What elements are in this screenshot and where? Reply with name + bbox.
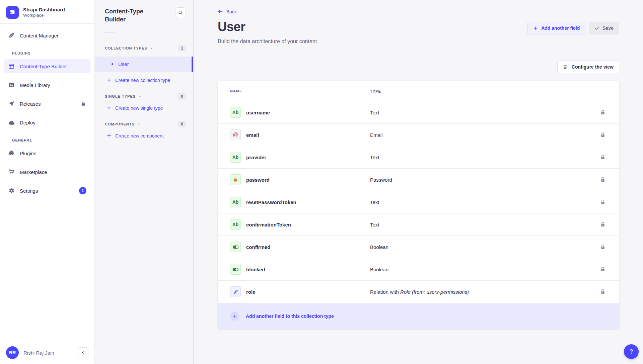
field-name: username [246, 110, 270, 115]
field-type: Text [370, 155, 598, 160]
layers-filter-icon [563, 64, 569, 70]
field-type: Password [370, 177, 598, 183]
table-row[interactable]: Ab confirmationToken Text [218, 213, 619, 236]
table-row[interactable]: Ab username Text [218, 101, 619, 124]
lock-icon [600, 109, 606, 115]
lock-icon [600, 199, 606, 205]
sidebar-item-label: Deploy [20, 120, 35, 125]
field-name: email [246, 132, 259, 138]
table-header: NAME TYPE [218, 81, 619, 101]
table-row[interactable]: blocked Boolean [218, 258, 619, 281]
field-type: Boolean [370, 267, 598, 272]
nav-section-general: GENERAL [4, 138, 90, 142]
sidebar-item-content-type-builder[interactable]: Content-Type Builder [4, 59, 90, 73]
text-field-icon: Ab [230, 219, 241, 230]
field-type: Text [370, 222, 598, 227]
relation-field-icon [230, 286, 241, 297]
main-content: Back User Build the data architecture of… [196, 0, 643, 364]
field-name: blocked [246, 267, 265, 272]
sidebar-item-plugins[interactable]: Plugins [4, 146, 90, 160]
column-header-name: NAME [230, 89, 242, 93]
page-title: User [218, 20, 317, 34]
layout-icon [8, 63, 15, 70]
collection-types-count: 1 [178, 45, 186, 52]
help-button[interactable]: ? [624, 344, 639, 359]
add-another-field-button[interactable]: Add another field [527, 22, 585, 34]
plus-icon [106, 105, 112, 110]
add-field-footer-button[interactable]: Add another field to this collection typ… [218, 303, 619, 329]
field-name: password [246, 177, 270, 183]
table-row[interactable]: @ email Email [218, 124, 619, 146]
sidebar-item-settings[interactable]: Settings 1 [4, 184, 90, 198]
fields-table-card: NAME TYPE Ab username Text @ email Email [218, 81, 619, 329]
puzzle-icon [8, 150, 15, 157]
create-component-link[interactable]: Create new component [95, 127, 193, 139]
field-type: Text [370, 110, 598, 115]
sidebar-item-content-manager[interactable]: Content Manager [4, 28, 90, 42]
boolean-field-icon [230, 264, 241, 275]
collection-types-section-header[interactable]: COLLECTION TYPES 1 [95, 45, 193, 52]
create-collection-type-link[interactable]: Create new collection type [95, 72, 193, 83]
field-type: Relation with Role (from: users-permissi… [370, 289, 598, 295]
gear-icon [8, 187, 15, 194]
chevron-down-icon [150, 47, 153, 50]
workspace-brand[interactable]: Strapi Dashboard Workplace [0, 0, 94, 24]
main-nav: Strapi Dashboard Workplace Content Manag… [0, 0, 95, 364]
cloud-icon [8, 119, 15, 126]
components-count: 0 [178, 121, 186, 127]
configure-view-button[interactable]: Configure the view [557, 61, 619, 73]
user-name: Rishi Raj Jain [23, 350, 73, 356]
nav-section-plugins: PLUGINS [4, 51, 90, 55]
check-icon [594, 26, 599, 31]
field-type: Boolean [370, 244, 598, 250]
lock-icon [600, 177, 606, 183]
create-single-type-link[interactable]: Create new single type [95, 100, 193, 111]
lock-icon [600, 266, 606, 272]
search-icon [178, 10, 183, 15]
field-name: role [246, 289, 256, 295]
table-row[interactable]: password Password [218, 169, 619, 191]
avatar[interactable]: RR [6, 346, 19, 359]
collapse-nav-button[interactable] [78, 347, 88, 358]
single-types-count: 0 [178, 93, 186, 100]
sidebar-item-media-library[interactable]: Media Library [4, 78, 90, 92]
lock-icon [600, 289, 606, 295]
subnav-item-user[interactable]: User [95, 57, 193, 72]
single-types-section-header[interactable]: SINGLE TYPES 0 [95, 93, 193, 100]
subnav-title: Content-Type Builder [105, 7, 155, 24]
sidebar-item-releases[interactable]: Releases [4, 97, 90, 111]
sidebar-item-marketplace[interactable]: Marketplace [4, 165, 90, 179]
chevron-down-icon [137, 122, 141, 126]
column-header-type: TYPE [370, 89, 381, 93]
lock-icon [80, 101, 86, 107]
sidebar-item-label: Releases [20, 101, 41, 107]
lock-icon [600, 154, 606, 160]
table-row[interactable]: Ab resetPasswordToken Text [218, 191, 619, 213]
question-mark-icon: ? [630, 348, 633, 355]
plus-icon [533, 26, 538, 31]
table-row[interactable]: Ab provider Text [218, 146, 619, 169]
feather-icon [8, 32, 15, 39]
search-button[interactable] [175, 7, 186, 18]
sidebar-item-label: Content-Type Builder [20, 64, 67, 69]
table-row[interactable]: role Relation with Role (from: users-per… [218, 281, 619, 303]
cart-icon [8, 169, 15, 175]
components-section-header[interactable]: COMPONENTS 0 [95, 121, 193, 127]
workspace-name: Workplace [23, 13, 65, 18]
page-subtitle: Build the data architecture of your cont… [218, 38, 317, 44]
field-name: resetPasswordToken [246, 199, 296, 205]
lock-icon [600, 221, 606, 227]
table-row[interactable]: confirmed Boolean [218, 236, 619, 258]
password-field-icon [230, 174, 241, 185]
text-field-icon: Ab [230, 152, 241, 163]
settings-badge: 1 [79, 187, 86, 194]
field-name: confirmationToken [246, 222, 291, 227]
field-type: Email [370, 132, 598, 138]
back-link[interactable]: Back [218, 9, 237, 14]
sidebar-item-deploy[interactable]: Deploy [4, 115, 90, 129]
selected-indicator [192, 57, 193, 72]
save-button[interactable]: Save [589, 22, 619, 34]
field-name: confirmed [246, 244, 271, 250]
paper-plane-icon [8, 100, 15, 107]
chevron-down-icon [138, 95, 142, 98]
